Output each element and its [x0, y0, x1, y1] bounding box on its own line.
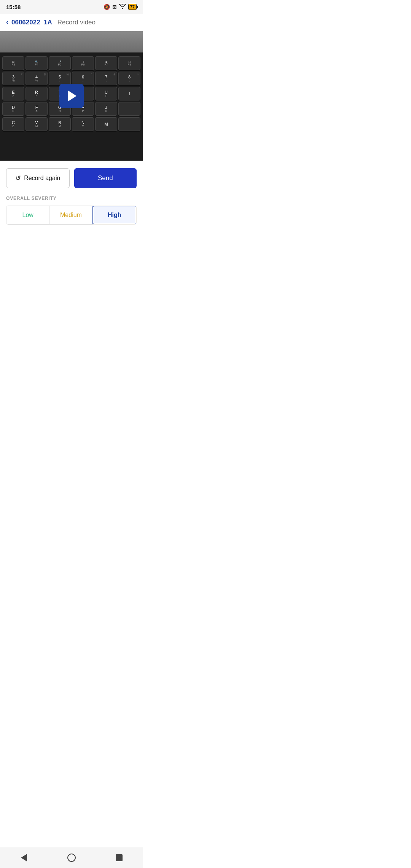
severity-medium-button[interactable]: Medium	[49, 206, 92, 224]
laptop-top-area	[0, 31, 143, 54]
severity-low-button[interactable]: Low	[6, 206, 49, 224]
mute-icon: 🔕	[104, 4, 110, 10]
kb-key: ☽ F6	[72, 56, 94, 70]
kb-key: ⏮ F7	[95, 56, 117, 70]
keyboard-row-2: # 3 № $ 4 % % 5 : ^ 6 , & 7 .	[2, 72, 140, 85]
kb-key: ⊞ F3	[2, 56, 24, 70]
video-player[interactable]: ⊞ F3 🔍 F4 🎤 F5 ☽ F6 ⏮ F7 ⏯ F8	[0, 31, 143, 161]
kb-key: 🎤 F5	[49, 56, 71, 70]
record-again-button[interactable]: ↺ Record again	[6, 168, 70, 188]
kb-key: & 7 .	[95, 72, 117, 85]
nav-title-main: 06062022_1A	[11, 19, 52, 26]
severity-high-button[interactable]: High	[92, 206, 137, 225]
severity-section-label: OVERALL SEVERITY	[6, 196, 137, 201]
kb-key: R К	[25, 87, 48, 101]
play-icon	[68, 91, 76, 101]
severity-button-group: Low Medium High	[6, 206, 137, 225]
keyboard-row-1: ⊞ F3 🔍 F4 🎤 F5 ☽ F6 ⏮ F7 ⏯ F8	[2, 56, 140, 70]
nav-bar: ‹ 06062022_1A Record video	[0, 14, 143, 31]
kb-key: J О	[95, 102, 117, 116]
status-bar: 15:58 🔕 ⊠ 77	[0, 0, 143, 14]
back-button[interactable]: ‹	[6, 18, 8, 26]
kb-key: $ 4 %	[25, 72, 48, 85]
play-button[interactable]	[59, 84, 84, 108]
kb-key: C С	[2, 117, 24, 131]
kb-key: # 3 №	[2, 72, 24, 85]
kb-key: % 5 :	[49, 72, 71, 85]
record-again-icon: ↺	[15, 174, 21, 182]
status-icons: 🔕 ⊠ 77	[104, 4, 137, 10]
nav-title-sub: Record video	[57, 19, 96, 26]
severity-section: OVERALL SEVERITY Low Medium High	[0, 196, 143, 232]
kb-key	[118, 102, 140, 116]
kb-key: U Г	[95, 87, 117, 101]
kb-key	[118, 117, 140, 131]
kb-key: V М	[25, 117, 48, 131]
kb-key: M	[95, 117, 117, 131]
kb-key: 🔍 F4	[25, 56, 48, 70]
kb-key: N Т	[72, 117, 94, 131]
send-button[interactable]: Send	[74, 168, 137, 188]
kb-key: D В	[2, 102, 24, 116]
kb-key: ⏯ F8	[118, 56, 140, 70]
kb-key: B И	[49, 117, 71, 131]
kb-key: I	[118, 87, 140, 101]
wifi-icon	[119, 4, 126, 10]
kb-key: F А	[25, 102, 48, 116]
battery-icon: 77	[128, 4, 137, 10]
keyboard-row-5: C С V М B И N Т M	[2, 117, 140, 131]
kb-key: E У	[2, 87, 24, 101]
kb-key: * 8 :	[118, 72, 140, 85]
sim-icon: ⊠	[112, 4, 117, 10]
status-time: 15:58	[6, 4, 21, 10]
action-buttons-row: ↺ Record again Send	[0, 161, 143, 196]
record-again-label: Record again	[24, 175, 60, 182]
kb-key: ^ 6 ,	[72, 72, 94, 85]
